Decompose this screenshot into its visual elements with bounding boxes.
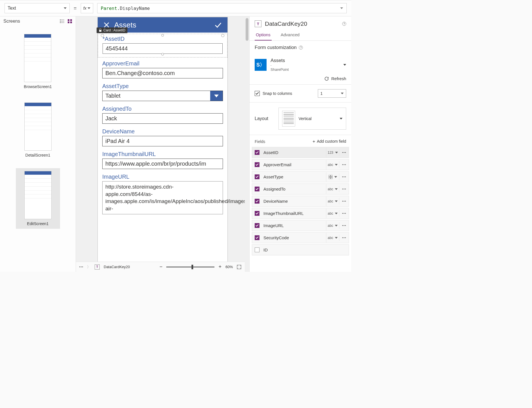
zoom-out-button[interactable]: − bbox=[159, 264, 163, 270]
vertical-scrollbar[interactable] bbox=[245, 16, 249, 262]
card-label: AssignedTo bbox=[102, 106, 223, 112]
field-name: AssignedTo bbox=[262, 184, 326, 194]
refresh-icon[interactable] bbox=[324, 76, 329, 81]
field-name: DeviceName bbox=[262, 196, 326, 206]
more-icon[interactable] bbox=[79, 266, 83, 267]
close-x-icon[interactable] bbox=[103, 22, 110, 28]
svg-rect-7 bbox=[70, 19, 72, 21]
datacard-assetid[interactable]: *AssetID 4545444 bbox=[98, 34, 227, 57]
card-value-input[interactable]: iPad Air 4 bbox=[102, 136, 223, 146]
field-row[interactable]: ID bbox=[252, 244, 349, 255]
field-more-button[interactable] bbox=[339, 174, 349, 180]
field-checkbox[interactable] bbox=[252, 223, 262, 228]
fit-to-window-icon[interactable] bbox=[237, 265, 241, 269]
phone-preview[interactable]: Assets Card : AssetID *AssetID bbox=[97, 17, 228, 272]
refresh-label[interactable]: Refresh bbox=[331, 76, 346, 81]
field-row[interactable]: AssetID123 bbox=[252, 147, 349, 158]
datacard-assettype[interactable]: AssetType Tablet bbox=[102, 81, 223, 103]
status-bar: 〉 T DataCardKey20 − + 60% bbox=[76, 262, 245, 272]
chevron-down-icon bbox=[64, 7, 67, 9]
card-label: AssetType bbox=[102, 83, 223, 89]
chevron-down-icon[interactable] bbox=[210, 91, 223, 101]
field-type-selector[interactable] bbox=[326, 172, 339, 182]
grid-view-icon[interactable] bbox=[68, 19, 72, 23]
card-value-input[interactable]: Ben.Change@contoso.com bbox=[102, 68, 223, 78]
zoom-in-button[interactable]: + bbox=[218, 264, 222, 270]
data-source-row[interactable]: S〉 Assets SharePoint bbox=[250, 54, 351, 74]
screen-thumbnail[interactable]: DetailScreen1 bbox=[16, 100, 60, 160]
card-value-dropdown[interactable]: Tablet bbox=[102, 91, 223, 101]
properties-panel: T DataCardKey20 ? Options Advanced Form … bbox=[249, 16, 351, 272]
field-type-selector[interactable]: abc bbox=[326, 221, 339, 230]
card-label: ApproverEmail bbox=[102, 60, 223, 67]
data-source-title: Assets bbox=[271, 58, 339, 63]
screen-thumbnail[interactable]: BrowseScreen1 bbox=[15, 31, 60, 92]
field-checkbox[interactable] bbox=[252, 235, 262, 240]
field-type-selector[interactable]: 123 bbox=[326, 148, 339, 157]
field-row[interactable]: ApproverEmailabc bbox=[252, 159, 349, 170]
breadcrumb[interactable]: DataCardKey20 bbox=[104, 265, 130, 269]
field-row[interactable]: DeviceNameabc bbox=[252, 196, 349, 207]
field-checkbox[interactable] bbox=[252, 150, 262, 155]
field-checkbox[interactable] bbox=[252, 211, 262, 216]
help-icon[interactable]: ? bbox=[342, 22, 346, 26]
layout-select[interactable]: Vertical bbox=[278, 108, 346, 130]
svg-rect-9 bbox=[70, 22, 72, 23]
field-type-selector[interactable]: abc bbox=[326, 233, 339, 243]
field-checkbox[interactable] bbox=[252, 174, 262, 179]
field-more-button[interactable] bbox=[339, 210, 349, 217]
datacard-devicename[interactable]: DeviceName iPad Air 4 bbox=[102, 127, 223, 148]
chevron-down-icon bbox=[88, 7, 90, 9]
help-icon[interactable]: ? bbox=[299, 46, 303, 50]
list-view-icon[interactable] bbox=[60, 19, 64, 23]
field-checkbox[interactable] bbox=[252, 187, 262, 191]
layout-thumbnail-icon bbox=[282, 111, 295, 127]
formula-input[interactable]: Parent.DisplayName bbox=[97, 3, 347, 13]
datacard-assignedto[interactable]: AssignedTo Jack bbox=[102, 104, 223, 125]
field-name: AssetType bbox=[262, 172, 326, 182]
field-row[interactable]: SecurityCodeabc bbox=[252, 232, 349, 243]
screen-thumbnail[interactable]: EditScreen1 bbox=[16, 168, 60, 229]
field-more-button[interactable] bbox=[339, 222, 349, 229]
snap-checkbox[interactable] bbox=[255, 91, 260, 96]
field-name: ID bbox=[262, 245, 349, 255]
field-row[interactable]: AssignedToabc bbox=[252, 183, 349, 195]
datacard-approveremail[interactable]: ApproverEmail Ben.Change@contoso.com bbox=[102, 59, 223, 80]
field-more-button[interactable] bbox=[339, 198, 349, 204]
columns-select[interactable]: 1 bbox=[318, 89, 346, 98]
equals-sign: = bbox=[74, 5, 77, 11]
field-row[interactable]: AssetType bbox=[252, 171, 349, 182]
card-value-input[interactable]: https://www.apple.com/br/pr/products/im bbox=[102, 159, 223, 169]
add-custom-field-button[interactable]: + Add custom field bbox=[312, 139, 346, 144]
field-checkbox[interactable] bbox=[252, 247, 262, 252]
field-more-button[interactable] bbox=[339, 149, 349, 156]
field-row[interactable]: ImageURLabc bbox=[252, 220, 349, 231]
field-more-button[interactable] bbox=[339, 234, 349, 241]
fields-title: Fields bbox=[255, 139, 265, 144]
form-header: Assets Card : AssetID bbox=[98, 17, 227, 33]
datacard-imagethumbnailurl[interactable]: ImageThumbnailURL https://www.apple.com/… bbox=[102, 149, 223, 171]
tab-options[interactable]: Options bbox=[255, 31, 272, 40]
fx-button[interactable]: fx bbox=[81, 3, 93, 13]
zoom-slider[interactable] bbox=[166, 266, 214, 268]
tab-advanced[interactable]: Advanced bbox=[280, 31, 301, 40]
card-value-input[interactable]: http://store.storeimages.cdn-apple.com/8… bbox=[102, 181, 223, 214]
field-type-selector[interactable]: abc bbox=[326, 209, 339, 218]
field-type-selector[interactable]: abc bbox=[326, 160, 339, 170]
canvas-area: Assets Card : AssetID *AssetID bbox=[76, 16, 249, 272]
snap-to-columns-row: Snap to columns 1 bbox=[250, 85, 351, 102]
field-row[interactable]: ImageThumbnailURLabc bbox=[252, 208, 349, 219]
property-selector[interactable]: Text bbox=[5, 3, 70, 13]
card-value-input[interactable]: Jack bbox=[102, 113, 223, 124]
checkmark-icon[interactable] bbox=[214, 22, 222, 28]
field-checkbox[interactable] bbox=[252, 162, 262, 167]
field-type-selector[interactable]: abc bbox=[326, 196, 339, 206]
field-more-button[interactable] bbox=[339, 186, 349, 192]
field-more-button[interactable] bbox=[339, 161, 349, 168]
screens-header: Screens bbox=[0, 16, 76, 26]
datacard-imageurl[interactable]: ImageURL http://store.storeimages.cdn-ap… bbox=[102, 172, 223, 216]
card-value-input[interactable]: 4545444 bbox=[103, 43, 223, 54]
chevron-down-icon[interactable] bbox=[343, 64, 346, 66]
field-type-selector[interactable]: abc bbox=[326, 184, 339, 194]
field-checkbox[interactable] bbox=[252, 199, 262, 204]
